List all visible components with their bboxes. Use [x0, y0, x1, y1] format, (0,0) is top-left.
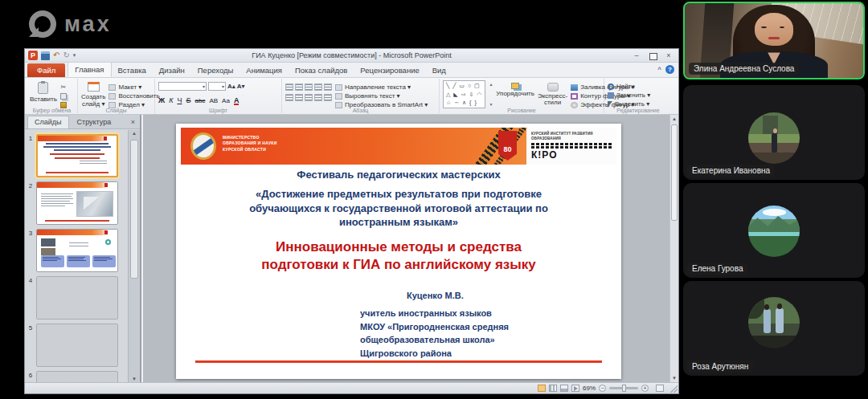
slide-subheading: «Достижение предметных результатов при п…	[176, 187, 621, 230]
scroll-up-icon[interactable]: ▲	[670, 116, 678, 121]
quick-styles-icon	[547, 83, 559, 92]
bullets-icon[interactable]	[285, 83, 293, 91]
slide-thumbnail-2[interactable]: 2	[25, 181, 128, 225]
slide[interactable]: КУРСКИЙ ИНСТИТУТ РАЗВИТИЯ ОБРАЗОВАНИЯ К!…	[176, 124, 621, 379]
slide-thumbnail-6[interactable]: 6	[25, 371, 128, 382]
quick-styles-button[interactable]: Экспресс-стили	[538, 80, 567, 108]
thumbnail-list: 1 2	[25, 130, 128, 382]
canvas-scrollbar[interactable]: ▲ ▼	[669, 115, 678, 382]
zoom-slider-thumb[interactable]	[622, 385, 626, 392]
paste-button[interactable]: Вставить	[30, 80, 57, 108]
panel-tab-outline[interactable]: Структура	[71, 116, 118, 128]
new-slide-button[interactable]: Создать слайд ▾	[81, 80, 105, 108]
undo-icon[interactable]: ↶	[53, 51, 59, 59]
numbering-icon[interactable]	[295, 83, 303, 91]
tab-file[interactable]: Файл	[27, 63, 65, 77]
zoom-slider[interactable]	[609, 387, 638, 389]
arrange-button[interactable]: Упорядочить	[496, 80, 534, 108]
scrollbar-thumb[interactable]	[130, 140, 138, 279]
align-right-icon[interactable]	[305, 94, 313, 101]
font-size-select[interactable]: ▾	[208, 82, 226, 91]
redo-icon[interactable]: ↻	[63, 51, 69, 59]
reading-view-button[interactable]	[560, 385, 568, 392]
shapes-row: △ ◣ ⇨ ⇩ ◠	[446, 92, 482, 98]
participant-tile[interactable]: Екатерина Ивановна	[683, 85, 865, 180]
italic-button[interactable]: К	[169, 96, 173, 104]
align-center-icon[interactable]	[295, 94, 303, 101]
character-spacing-button[interactable]: АВ	[209, 97, 218, 104]
align-text-button[interactable]: Выровнять текст ▾	[335, 92, 428, 100]
font-color-button[interactable]: А	[234, 97, 240, 105]
active-speaker-video[interactable]: Элина Андреевна Суслова	[683, 2, 865, 79]
shapes-row: ╲ ╱ ▭ ○ ▢	[446, 83, 482, 89]
slide-thumbnail-1[interactable]: 1	[25, 134, 128, 177]
text-direction-icon	[335, 84, 342, 91]
tab-view[interactable]: Вид	[426, 63, 452, 77]
select-button[interactable]: Выделить ▾	[608, 100, 669, 108]
tab-design[interactable]: Дизайн	[153, 63, 191, 77]
fit-slide-button[interactable]	[656, 385, 664, 392]
shrink-font-icon[interactable]: А▾	[237, 83, 245, 90]
shapes-scrollbar[interactable]: ▲▼	[489, 80, 493, 108]
scroll-down-icon[interactable]: ▼	[670, 376, 678, 381]
slide-sorter-view-button[interactable]	[549, 385, 557, 392]
align-left-icon[interactable]	[285, 94, 293, 101]
slideshow-view-button[interactable]	[571, 385, 579, 392]
panel-tab-slides[interactable]: Слайды	[27, 116, 69, 128]
qat-dropdown-icon[interactable]: ▾	[73, 52, 76, 59]
scroll-up-icon[interactable]: ▲	[129, 131, 140, 136]
text-direction-button[interactable]: Направление текста ▾	[335, 83, 428, 91]
shapes-gallery[interactable]: ╲ ╱ ▭ ○ ▢ △ ◣ ⇨ ⇩ ◠ ☆ ∼ ∧ { }	[443, 80, 485, 108]
slide-thumbnail-4[interactable]: 4	[25, 276, 128, 320]
tab-slideshow[interactable]: Показ слайдов	[289, 63, 354, 77]
tab-insert[interactable]: Вставка	[112, 63, 153, 77]
justify-icon[interactable]	[314, 94, 322, 101]
resize-grip[interactable]	[669, 385, 678, 393]
scroll-down-icon[interactable]: ▼	[129, 377, 140, 381]
normal-view-button[interactable]	[538, 385, 546, 392]
minimize-ribbon-icon[interactable]: ^	[657, 66, 661, 73]
drawing-group: ╲ ╱ ▭ ○ ▢ △ ◣ ⇨ ⇩ ◠ ☆ ∼ ∧ { } ▲▼ Упорядо…	[440, 79, 604, 113]
underline-button[interactable]: Ч	[177, 96, 182, 104]
grow-font-icon[interactable]: А▴	[227, 83, 235, 90]
reset-button[interactable]: Восстановить	[108, 92, 159, 100]
panel-scrollbar[interactable]: ▲ ▼	[128, 130, 140, 382]
participant-tile[interactable]: Роза Арутюнян	[683, 281, 865, 376]
columns-icon[interactable]	[324, 94, 332, 101]
restore-button[interactable]	[645, 51, 660, 61]
line-spacing-icon[interactable]	[324, 83, 332, 91]
slide-thumbnail-5[interactable]: 5	[25, 324, 128, 367]
new-slide-icon	[88, 82, 100, 92]
layout-button[interactable]: Макет ▾	[108, 83, 159, 91]
change-case-button[interactable]: Аа	[222, 97, 230, 104]
bold-button[interactable]: Ж	[158, 96, 165, 104]
strikethrough-button[interactable]: abc	[194, 97, 205, 104]
tab-review[interactable]: Рецензирование	[354, 63, 425, 77]
shadow-button[interactable]: S	[186, 96, 190, 104]
increase-indent-icon[interactable]	[314, 83, 322, 91]
find-button[interactable]: Найти	[608, 83, 669, 90]
save-icon[interactable]	[41, 51, 50, 60]
zoom-in-button[interactable]: +	[641, 385, 649, 392]
scrollbar-thumb[interactable]	[671, 124, 678, 221]
cut-icon[interactable]: ✂	[61, 83, 67, 91]
tab-animations[interactable]: Анимация	[240, 63, 289, 77]
close-button[interactable]: ×	[661, 51, 676, 61]
decrease-indent-icon[interactable]	[305, 83, 313, 91]
help-icon[interactable]: ?	[665, 65, 674, 74]
tab-home[interactable]: Главная	[68, 62, 111, 77]
slide-author-info: учитель иностранных языков МКОУ «Пригоро…	[360, 307, 509, 360]
slide-thumbnail-3[interactable]: 3	[25, 229, 128, 272]
font-group: ▾ ▾ А▴ А▾ Ж К Ч S abc АВ Аа А	[155, 79, 282, 113]
zoom-out-button[interactable]: −	[599, 385, 606, 392]
font-name-select[interactable]: ▾	[158, 82, 207, 91]
tab-transitions[interactable]: Переходы	[191, 63, 240, 77]
slide-heading: Фестиваль педагогических мастерских	[176, 169, 621, 181]
copy-icon[interactable]	[60, 93, 67, 100]
replace-button[interactable]: Заменить ▾	[608, 92, 669, 99]
ribbon: Вставить ✂ Буфер обмена Создать слайд ▾	[25, 78, 678, 115]
participant-tile[interactable]: Елена Гурова	[683, 183, 865, 278]
panel-close-icon[interactable]: ×	[126, 118, 140, 128]
minimize-button[interactable]: –	[629, 51, 644, 61]
clipboard-small-buttons: ✂	[60, 80, 67, 108]
